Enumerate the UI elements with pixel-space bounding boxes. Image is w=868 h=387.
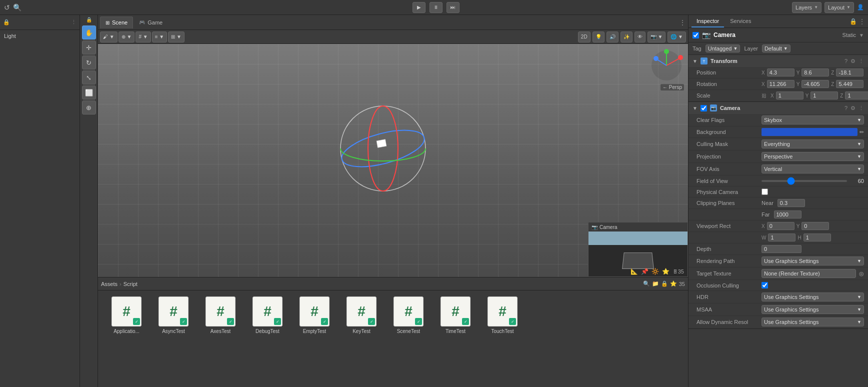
game-tab[interactable]: 🎮 Game xyxy=(134,16,168,28)
asset-item[interactable]: # ✓ TouchTest xyxy=(480,294,525,370)
lighting-button[interactable]: 💡 xyxy=(592,32,604,42)
background-edit-icon[interactable]: ✏ xyxy=(860,129,864,136)
asset-item[interactable]: # ✓ EmptyTest xyxy=(292,294,337,370)
rotate-tool-button[interactable]: ↻ xyxy=(82,56,96,70)
transform-header[interactable]: ▼ T Transform ? ⚙ ⋮ xyxy=(688,55,868,67)
scale-y[interactable] xyxy=(810,92,838,100)
hand-tool-button[interactable]: ✋ xyxy=(82,26,96,40)
asset-item[interactable]: # ✓ Applicatio... xyxy=(104,294,149,370)
camera-settings-icon[interactable]: ⚙ xyxy=(850,105,856,112)
physical-camera-checkbox[interactable] xyxy=(762,188,768,195)
breadcrumb-script[interactable]: Script xyxy=(124,281,138,287)
light-icon2[interactable]: 🔆 xyxy=(652,268,659,275)
fov-num[interactable]: 60 xyxy=(850,178,864,184)
scale-z[interactable] xyxy=(845,92,868,100)
position-x[interactable] xyxy=(767,68,794,76)
asset-item[interactable]: # ✓ SceneTest xyxy=(386,294,431,370)
vp-h[interactable] xyxy=(804,234,831,242)
search-icon[interactable]: 🔍 xyxy=(13,4,22,12)
lock-icon2[interactable]: 🔒 xyxy=(86,17,92,22)
clear-flags-value[interactable]: Skybox ▼ xyxy=(762,116,864,124)
allow-dyn-value[interactable]: Use Graphics Settings ▼ xyxy=(762,318,864,326)
tabs-menu-icon[interactable]: ⋮ xyxy=(679,18,686,26)
grid-button[interactable]: # ▼ xyxy=(136,32,150,42)
camera-menu-icon[interactable]: ⋮ xyxy=(858,105,864,112)
lock-icon[interactable]: 🔒 xyxy=(3,19,10,26)
layer-dropdown[interactable]: Default ▼ xyxy=(762,44,790,52)
clipping-far-input[interactable] xyxy=(774,210,802,218)
search-icon2[interactable]: 🔍 xyxy=(643,280,650,287)
scale-x[interactable] xyxy=(776,92,804,100)
object-name[interactable]: Camera xyxy=(714,32,840,38)
camera-help-icon[interactable]: ? xyxy=(844,105,848,111)
projection-value[interactable]: Perspective ▼ xyxy=(762,152,864,161)
asset-item[interactable]: # ✓ KeyTest xyxy=(339,294,384,370)
rotation-z[interactable] xyxy=(836,80,864,88)
hdr-value[interactable]: Use Graphics Settings ▼ xyxy=(762,292,864,302)
camera-active-checkbox[interactable] xyxy=(700,105,707,112)
shading-button[interactable]: 🖌 ▼ xyxy=(100,32,118,42)
target-texture-field[interactable]: None (Render Texture) xyxy=(762,269,856,278)
lock-icon3[interactable]: 🔒 xyxy=(661,280,668,287)
fov-axis-value[interactable]: Vertical ▼ xyxy=(762,164,864,174)
background-color-swatch[interactable] xyxy=(762,128,858,136)
fov-slider[interactable] xyxy=(762,180,847,182)
projection-dropdown[interactable]: Perspective ▼ xyxy=(762,152,864,161)
star-icon[interactable]: ⭐ xyxy=(662,268,670,275)
asset-item[interactable]: # ✓ AxesTest xyxy=(198,294,243,370)
lock-icon4[interactable]: 🔒 xyxy=(850,18,857,25)
rendering-path-value[interactable]: Use Graphics Settings ▼ xyxy=(762,256,864,266)
size-icon[interactable]: 35 xyxy=(679,281,685,287)
camera-component-header[interactable]: ▼ 📷 Camera ? ⚙ ⋮ xyxy=(688,102,868,114)
asset-item[interactable]: # ✓ AsyncTest xyxy=(151,294,196,370)
vp-y[interactable] xyxy=(802,222,829,230)
step-button[interactable]: ⏭ xyxy=(446,2,460,13)
play-button[interactable]: ▶ xyxy=(412,2,426,13)
vp-w[interactable] xyxy=(768,234,796,242)
object-active-checkbox[interactable] xyxy=(692,32,699,38)
2d-button[interactable]: 2D xyxy=(578,32,590,42)
rotation-x[interactable] xyxy=(767,80,794,88)
world-button[interactable]: 🌐 ▼ xyxy=(668,32,686,42)
msaa-value[interactable]: Use Graphics Settings ▼ xyxy=(762,305,864,314)
position-z[interactable] xyxy=(836,68,864,76)
account-icon[interactable]: 👤 xyxy=(857,4,864,10)
scene-tab[interactable]: ⊞ Scene xyxy=(100,16,133,28)
transform-settings-icon[interactable]: ⚙ xyxy=(850,58,856,64)
menu-icon2[interactable]: ⋮ xyxy=(859,18,865,25)
move-tool-button[interactable]: ✛ xyxy=(82,40,96,54)
asset-item[interactable]: # ✓ DebugTest xyxy=(245,294,290,370)
culling-mask-dropdown[interactable]: Everything ▼ xyxy=(762,140,864,148)
culling-mask-value[interactable]: Everything ▼ xyxy=(762,140,864,148)
rect-tool-button[interactable]: ⬜ xyxy=(82,86,96,100)
breadcrumb-assets[interactable]: Assets xyxy=(101,281,118,287)
rendering-path-dropdown[interactable]: Use Graphics Settings ▼ xyxy=(762,256,864,266)
rotation-y[interactable] xyxy=(802,80,829,88)
menu-icon[interactable]: ⋮ xyxy=(71,19,76,26)
clipping-near-input[interactable] xyxy=(778,199,805,207)
gizmo-button[interactable]: ⊞ ▼ xyxy=(168,32,184,42)
asset-item[interactable]: # ✓ TimeTest xyxy=(433,294,478,370)
viewport[interactable]: ← Persp 📷 Camera 📐 📌 🔆 xyxy=(98,44,688,277)
folder-icon[interactable]: 📁 xyxy=(652,280,659,287)
hidden-button[interactable]: 👁 xyxy=(634,32,646,42)
layout-dropdown[interactable]: Layout ▼ xyxy=(824,2,854,13)
vp-x[interactable] xyxy=(767,222,794,230)
transform-tool-button[interactable]: ⊕ xyxy=(82,100,96,114)
scale-tool-button[interactable]: ⤡ xyxy=(82,70,96,84)
effect-button[interactable]: ⊕ ▼ xyxy=(118,32,135,42)
camera-button[interactable]: 📷 ▼ xyxy=(648,32,666,42)
clear-flags-dropdown[interactable]: Skybox ▼ xyxy=(762,116,864,124)
msaa-dropdown[interactable]: Use Graphics Settings ▼ xyxy=(762,305,864,314)
hdr-dropdown[interactable]: Use Graphics Settings ▼ xyxy=(762,292,864,302)
snap-icon[interactable]: 📐 xyxy=(630,268,638,275)
tag-dropdown[interactable]: Untagged ▼ xyxy=(706,44,740,52)
static-dropdown-icon[interactable]: ▼ xyxy=(859,32,864,38)
inspector-tab[interactable]: Inspector xyxy=(692,16,724,28)
layers-dropdown[interactable]: Layers ▼ xyxy=(792,2,822,13)
services-tab[interactable]: Services xyxy=(725,16,756,28)
pin-icon[interactable]: 📌 xyxy=(641,268,648,275)
hierarchy-item-light[interactable]: Light xyxy=(0,30,80,42)
audio-button[interactable]: 🔊 xyxy=(606,32,618,42)
target-texture-pick-icon[interactable]: ◎ xyxy=(859,270,864,277)
